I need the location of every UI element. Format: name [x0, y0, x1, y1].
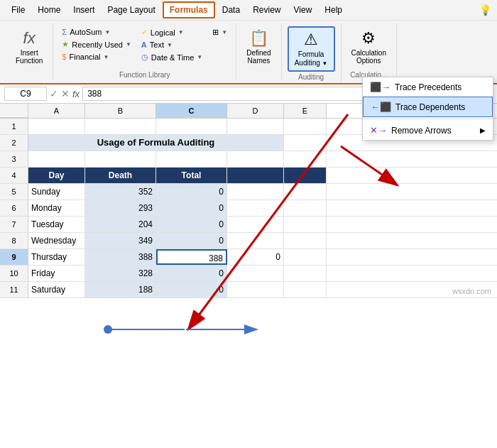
row-header-7[interactable]: 7	[0, 217, 28, 232]
row-header-9[interactable]: 9	[0, 249, 28, 265]
cell-e10[interactable]	[284, 266, 327, 281]
cell-b5[interactable]: 352	[85, 184, 156, 200]
calculation-options-button[interactable]: ⚙ CalculationOptions	[347, 26, 390, 67]
cell-c11[interactable]: 0	[156, 282, 227, 297]
more-functions-button[interactable]: ⊞ ▼	[209, 26, 230, 38]
trace-precedents-item[interactable]: ⬛→ Trace Precedents	[363, 77, 493, 97]
cell-e3[interactable]	[284, 151, 327, 167]
cell-c9-selected[interactable]: 388	[156, 249, 227, 265]
menu-page-layout[interactable]: Page Layout	[102, 3, 160, 17]
row-header-4[interactable]: 4	[0, 168, 28, 183]
cell-d5[interactable]	[227, 184, 284, 200]
financial-button[interactable]: $ Financial ▼	[59, 51, 133, 62]
row-header-1[interactable]: 1	[0, 119, 28, 134]
cell-a5[interactable]: Sunday	[28, 184, 85, 200]
row-header-11[interactable]: 11	[0, 282, 28, 297]
remove-arrows-item[interactable]: ✕→ Remove Arrows ▶	[363, 121, 493, 140]
cell-e4[interactable]	[284, 168, 327, 183]
defined-names-button[interactable]: 📋 DefinedNames	[242, 26, 275, 67]
ribbon: fx InsertFunction Σ AutoSum ▼ ★ Recently…	[0, 21, 497, 84]
trace-dependents-item[interactable]: ←⬛ Trace Dependents	[363, 97, 493, 117]
cell-e11[interactable]	[284, 282, 327, 297]
cell-b8[interactable]: 349	[85, 233, 156, 248]
cell-a10[interactable]: Friday	[28, 266, 85, 281]
formula-checkmark: ✓	[50, 88, 58, 99]
cell-b1[interactable]	[85, 119, 156, 134]
date-time-button[interactable]: ◷ Date & Time ▼	[138, 51, 205, 63]
cell-d8[interactable]	[227, 233, 284, 248]
cell-c8[interactable]: 0	[156, 233, 227, 248]
menu-view[interactable]: View	[288, 3, 318, 17]
cell-a9[interactable]: Thursday	[28, 249, 85, 265]
cell-d9[interactable]: 0	[227, 249, 284, 265]
cell-title[interactable]: Usage of Formula Auditing	[28, 135, 284, 151]
formula-fx-label: fx	[72, 89, 80, 99]
cell-e9[interactable]	[284, 249, 327, 265]
cell-e6[interactable]	[284, 200, 327, 216]
menu-data[interactable]: Data	[217, 3, 246, 17]
cell-a11[interactable]: Saturday	[28, 282, 85, 297]
cell-death-header[interactable]: Death	[85, 168, 156, 183]
cell-d7[interactable]	[227, 217, 284, 232]
menu-insert[interactable]: Insert	[67, 3, 100, 17]
cell-a8[interactable]: Wednesday	[28, 233, 85, 248]
cell-c3[interactable]	[156, 151, 227, 167]
cell-b7[interactable]: 204	[85, 217, 156, 232]
menu-formulas[interactable]: Formulas	[163, 1, 215, 18]
cell-d3[interactable]	[227, 151, 284, 167]
cell-d10[interactable]	[227, 266, 284, 281]
ribbon-group-function-library: Σ AutoSum ▼ ★ Recently Used ▼ $ Financia…	[53, 23, 236, 80]
cell-a7[interactable]: Tuesday	[28, 217, 85, 232]
cell-c1[interactable]	[156, 119, 227, 134]
col-header-a[interactable]: A	[28, 104, 85, 118]
cell-e7[interactable]	[284, 217, 327, 232]
menu-home[interactable]: Home	[32, 3, 66, 17]
cell-d11[interactable]	[227, 282, 284, 297]
row-header-5[interactable]: 5	[0, 184, 28, 200]
col-header-c[interactable]: C	[156, 104, 227, 118]
formula-auditing-dropdown: ⬛→ Trace Precedents ←⬛ Trace Dependents …	[362, 77, 493, 141]
cell-b10[interactable]: 328	[85, 266, 156, 281]
remove-arrows-submenu: ▶	[480, 126, 486, 134]
formula-auditing-button[interactable]: ⚠ FormulaAuditing ▼	[288, 26, 335, 72]
cell-b11[interactable]: 188	[85, 282, 156, 297]
cell-b6[interactable]: 293	[85, 200, 156, 216]
cell-b9[interactable]: 388	[85, 249, 156, 265]
cell-total-header[interactable]: Total	[156, 168, 227, 183]
cell-a3[interactable]	[28, 151, 85, 167]
text-button[interactable]: A Text ▼	[138, 39, 205, 50]
cell-e8[interactable]	[284, 233, 327, 248]
cell-d6[interactable]	[227, 200, 284, 216]
cell-c6[interactable]: 0	[156, 200, 227, 216]
cell-e5[interactable]	[284, 184, 327, 200]
row-header-3[interactable]: 3	[0, 151, 28, 167]
logical-button[interactable]: ✓ Logical ▼	[138, 26, 205, 38]
cell-c10[interactable]: 0	[156, 266, 227, 281]
financial-label: Financial	[69, 53, 100, 61]
cell-a6[interactable]: Monday	[28, 200, 85, 216]
cell-day-header[interactable]: Day	[28, 168, 85, 183]
help-icon[interactable]: 💡	[479, 4, 491, 16]
cell-e1[interactable]	[284, 119, 327, 134]
row-header-8[interactable]: 8	[0, 233, 28, 248]
col-header-d[interactable]: D	[227, 104, 284, 118]
insert-function-button[interactable]: fx InsertFunction	[11, 26, 47, 67]
menu-help[interactable]: Help	[319, 3, 348, 17]
row-header-6[interactable]: 6	[0, 200, 28, 216]
menu-review[interactable]: Review	[247, 3, 286, 17]
col-header-e[interactable]: E	[284, 104, 327, 118]
cell-a1[interactable]	[28, 119, 85, 134]
autosum-button[interactable]: Σ AutoSum ▼	[59, 26, 133, 38]
row-header-2[interactable]: 2	[0, 135, 28, 151]
recently-used-button[interactable]: ★ Recently Used ▼	[59, 38, 133, 50]
cell-e2[interactable]	[284, 135, 327, 151]
cell-b3[interactable]	[85, 151, 156, 167]
cell-c5[interactable]: 0	[156, 184, 227, 200]
cell-reference-input[interactable]	[4, 87, 47, 101]
col-header-b[interactable]: B	[85, 104, 156, 118]
cell-d1[interactable]	[227, 119, 284, 134]
row-header-10[interactable]: 10	[0, 266, 28, 281]
cell-d4[interactable]	[227, 168, 284, 183]
menu-file[interactable]: File	[6, 3, 31, 17]
cell-c7[interactable]: 0	[156, 217, 227, 232]
